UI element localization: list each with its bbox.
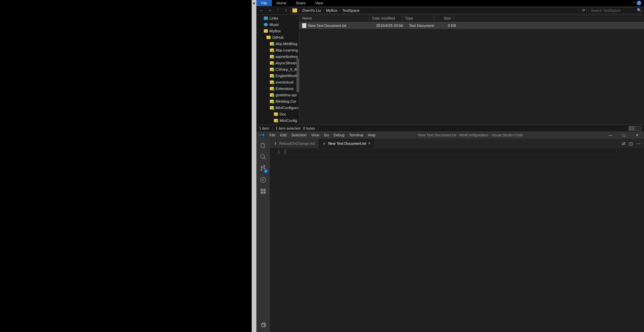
nav-tree-item[interactable]: Miniblog.Cor <box>256 98 299 104</box>
nav-back-button[interactable]: ← <box>258 7 265 14</box>
git-icon <box>270 93 274 97</box>
column-type[interactable]: Type <box>402 15 434 22</box>
ribbon-tab-file[interactable]: File <box>256 0 272 6</box>
split-icon[interactable]: ◫ <box>629 141 633 146</box>
git-icon <box>270 87 274 90</box>
code-content[interactable] <box>284 148 644 332</box>
breadcrumb[interactable]: ZhenYu Liu <box>302 8 321 12</box>
nav-tree-item[interactable]: aspnetboilerp <box>256 53 299 60</box>
right-panel: File Home Share View ˅ ? ← → ˅ ↑ › ZhenY… <box>256 0 644 332</box>
vscode-logo-icon <box>259 132 264 138</box>
ribbon-tab-share[interactable]: Share <box>291 0 310 6</box>
menu-go[interactable]: Go <box>322 133 331 137</box>
nav-tree-item[interactable]: Links^ <box>256 15 299 21</box>
settings-icon[interactable] <box>259 321 267 329</box>
nav-tree-item[interactable]: MiniConfiguro <box>256 104 299 111</box>
git-icon <box>270 100 274 103</box>
code-area[interactable]: 1 <box>270 148 644 332</box>
editor-tab[interactable]: ≡New Text Document.txt× <box>319 139 374 148</box>
ribbon-help-icon[interactable]: ? <box>637 1 641 5</box>
view-thumbnails-button[interactable] <box>635 126 641 131</box>
tab-close-icon[interactable]: × <box>368 141 370 146</box>
nav-tree-item[interactable]: Doc <box>256 111 299 117</box>
expand-icon[interactable]: ^ <box>296 16 297 20</box>
search-icon[interactable]: 🔍 <box>637 8 642 12</box>
editor-tab-bar: ⬇ReloadOnChange.md≡New Text Document.txt… <box>270 139 644 148</box>
file-name: New Text Document.txt <box>308 24 373 28</box>
debug-icon[interactable] <box>259 176 267 184</box>
search-input[interactable] <box>591 8 637 12</box>
explorer-icon[interactable] <box>259 141 267 150</box>
search-box[interactable]: 🔍 <box>588 7 642 14</box>
tab-label: New Text Document.txt <box>328 141 366 145</box>
address-bar[interactable]: › ZhenYu Liu › MyBox › TestSpace ˅ ⟳ <box>291 7 587 14</box>
nav-scrollbar[interactable] <box>296 59 299 92</box>
column-name[interactable]: ˄ Name <box>299 15 369 22</box>
column-size[interactable]: Size <box>434 15 454 22</box>
nav-tree-item[interactable]: eventcloud <box>256 79 299 85</box>
nav-tree-item[interactable]: Abp-Learning <box>256 47 299 53</box>
nav-item-label: GitHub <box>272 35 284 39</box>
menu-view[interactable]: View <box>309 133 322 137</box>
line-number: 1 <box>270 150 280 154</box>
nav-item-label: AsyncStream <box>276 61 297 65</box>
nav-history-dropdown[interactable]: ˅ <box>275 7 281 14</box>
editor-area: ⬇ReloadOnChange.md≡New Text Document.txt… <box>270 139 644 332</box>
extensions-icon[interactable] <box>259 187 267 195</box>
window-divider[interactable]: ▲ <box>252 0 256 332</box>
nav-tree-item[interactable]: GitHub <box>256 34 299 40</box>
menu-selection[interactable]: Selection <box>289 133 309 137</box>
menu-help[interactable]: Help <box>365 133 378 137</box>
nav-forward-button[interactable]: → <box>266 7 273 14</box>
status-selected: 1 item selected <box>276 126 300 130</box>
divider-arrow-icon: ▲ <box>252 1 256 332</box>
ribbon-chevron-icon[interactable]: ˅ <box>633 1 635 5</box>
menu-edit[interactable]: Edit <box>278 133 289 137</box>
file-size: 0 KB <box>438 24 458 28</box>
nav-tree-item[interactable]: MyBox <box>256 28 299 34</box>
nav-tree-item[interactable]: Abp.MiniBlog <box>256 40 299 47</box>
maximize-button[interactable]: ▢ <box>617 131 631 139</box>
refresh-icon[interactable]: ⟳ <box>582 8 585 12</box>
editor-tab[interactable]: ⬇ReloadOnChange.md <box>270 139 319 148</box>
search-icon[interactable] <box>259 153 267 161</box>
git-icon <box>270 55 274 58</box>
scm-badge: 2 <box>264 169 268 173</box>
nav-tree-item[interactable]: MiniConfig <box>256 117 299 124</box>
compare-icon[interactable]: ⇄ <box>622 141 625 146</box>
minimize-button[interactable]: — <box>604 131 617 139</box>
ribbon-tab-view[interactable]: View <box>310 0 328 6</box>
nav-item-label: MiniConfiguro <box>276 106 298 110</box>
menu-terminal[interactable]: Terminal <box>347 133 366 137</box>
menu-file[interactable]: File <box>267 133 278 137</box>
folder-icon <box>266 36 271 39</box>
more-icon[interactable]: ⋯ <box>636 141 641 146</box>
vscode-window-buttons: — ▢ ✕ <box>604 131 644 139</box>
breadcrumb[interactable]: MyBox <box>326 8 337 12</box>
source-control-icon[interactable]: 2 <box>259 164 267 172</box>
close-button[interactable]: ✕ <box>631 131 644 139</box>
vscode-window: FileEditSelectionViewGoDebugTerminalHelp… <box>256 131 644 332</box>
nav-tree-item[interactable]: AsyncStream <box>256 60 299 66</box>
nav-tree-item[interactable]: Extensions <box>256 85 299 92</box>
menu-debug[interactable]: Debug <box>331 133 347 137</box>
folder-icon <box>292 8 297 12</box>
tab-label: ReloadOnChange.md <box>279 141 315 145</box>
nav-tree-item[interactable]: geektime-spr <box>256 92 299 98</box>
nav-item-label: Abp.MiniBlog <box>276 42 297 46</box>
git-icon <box>270 48 274 52</box>
breadcrumb[interactable]: TestSpace <box>342 8 359 12</box>
ribbon-tab-home[interactable]: Home <box>272 0 291 6</box>
column-date[interactable]: Date modified <box>369 15 402 22</box>
breadcrumb-sep: › <box>299 9 300 12</box>
ribbon-tabs: File Home Share View ˅ ? <box>256 0 644 6</box>
address-dropdown-icon[interactable]: ˅ <box>578 9 579 12</box>
nav-tree-item[interactable]: EnglishWordS <box>256 72 299 79</box>
navigation-pane: Links^MusicMyBoxGitHubAbp.MiniBlogAbp-Le… <box>256 15 299 125</box>
nav-up-button[interactable]: ↑ <box>283 7 289 14</box>
file-row[interactable]: New Text Document.txt 2019/4/25 23:56 Te… <box>299 22 644 29</box>
git-icon <box>270 61 274 65</box>
view-details-button[interactable] <box>629 126 635 131</box>
nav-tree-item[interactable]: CSharp_8_Asy <box>256 66 299 72</box>
nav-tree-item[interactable]: Music <box>256 21 299 28</box>
